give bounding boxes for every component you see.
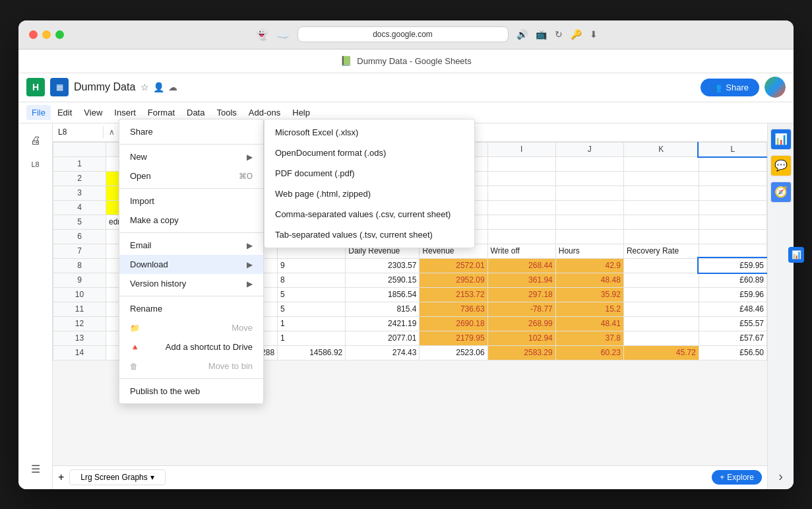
cell-l6[interactable] [699, 229, 766, 244]
cell-k5[interactable] [623, 215, 699, 229]
cell-k3[interactable] [623, 186, 699, 200]
cell-j8[interactable]: 42.9 [555, 258, 623, 273]
cell-i13[interactable]: 102.94 [487, 331, 555, 345]
print-icon[interactable]: 🖨 [24, 129, 47, 153]
minimize-button[interactable] [42, 30, 51, 39]
cell-i9[interactable]: 361.94 [487, 273, 555, 287]
cell-l13[interactable]: £57.67 [699, 331, 766, 345]
share-button[interactable]: 👥 Share [701, 79, 759, 96]
cell-j14[interactable]: 60.23 [555, 345, 623, 360]
cell-k9[interactable] [623, 273, 699, 287]
file-menu-email[interactable]: Email ▶ [119, 236, 263, 255]
menu-view[interactable]: View [78, 105, 108, 120]
file-menu-open[interactable]: Open ⌘O [119, 166, 263, 186]
cell-i3[interactable] [487, 186, 555, 200]
cell-h10[interactable]: 2153.72 [420, 287, 487, 302]
cell-k6[interactable] [623, 229, 699, 244]
avatar[interactable] [765, 77, 786, 98]
cell-j2[interactable] [555, 171, 623, 186]
cell-l2[interactable] [699, 171, 766, 186]
url-bar[interactable]: docs.google.com [297, 26, 509, 42]
cell-j13[interactable]: 37.8 [555, 331, 623, 345]
document-title[interactable]: Dummy Data [74, 81, 135, 93]
maximize-button[interactable] [55, 30, 64, 39]
expand-icon[interactable]: ∧ [109, 127, 115, 137]
cell-g12[interactable]: 2421.19 [346, 316, 420, 331]
download-pdf[interactable]: PDF document (.pdf) [265, 163, 474, 184]
cell-i2[interactable] [487, 171, 555, 186]
file-menu-publish[interactable]: Publish to the web [119, 382, 263, 401]
cell-i11[interactable]: -78.77 [487, 302, 555, 316]
cell-k1[interactable] [623, 156, 699, 171]
right-panel-icon[interactable]: 📊 [788, 247, 794, 263]
cell-f11[interactable]: 5 [278, 302, 346, 316]
cell-k10[interactable] [623, 287, 699, 302]
cell-g9[interactable]: 2590.15 [346, 273, 420, 287]
file-menu-make-copy[interactable]: Make a copy [119, 211, 263, 230]
cell-i14[interactable]: 2583.29 [487, 345, 555, 360]
cell-f8[interactable]: 9 [278, 258, 346, 273]
cell-i12[interactable]: 268.99 [487, 316, 555, 331]
cell-j10[interactable]: 35.92 [555, 287, 623, 302]
cell-l4[interactable] [699, 200, 766, 215]
cell-k13[interactable] [623, 331, 699, 345]
cell-k8[interactable] [623, 258, 699, 273]
cell-l9[interactable]: £60.89 [699, 273, 766, 287]
cell-g14[interactable]: 274.43 [346, 345, 420, 360]
sheets-panel-icon[interactable]: 📊 [770, 129, 792, 150]
menu-icon[interactable]: ☰ [24, 458, 47, 481]
cell-k11[interactable] [623, 302, 699, 316]
menu-tools[interactable]: Tools [211, 105, 241, 120]
cell-f12[interactable]: 1 [278, 316, 346, 331]
cell-i10[interactable]: 297.18 [487, 287, 555, 302]
cell-g13[interactable]: 2077.01 [346, 331, 420, 345]
cell-l12[interactable]: £55.57 [699, 316, 766, 331]
col-l[interactable]: L [699, 142, 766, 156]
cloud-save-icon[interactable]: ☁ [168, 82, 177, 92]
cell-f14[interactable]: 14586.92 [278, 345, 346, 360]
explore-button[interactable]: + Explore [712, 470, 762, 485]
cell-g11[interactable]: 815.4 [346, 302, 420, 316]
cell-k7[interactable]: Recovery Rate [623, 244, 699, 258]
file-menu-share[interactable]: Share [119, 122, 263, 141]
close-button[interactable] [29, 30, 38, 39]
cell-i5[interactable] [487, 215, 555, 229]
download-html[interactable]: Web page (.html, zipped) [265, 184, 474, 204]
compass-panel-icon[interactable]: 🧭 [770, 182, 792, 203]
cell-h11[interactable]: 736.63 [420, 302, 487, 316]
col-k[interactable]: K [623, 142, 699, 156]
user-icon[interactable]: 👤 [153, 82, 164, 92]
menu-data[interactable]: Data [181, 105, 210, 120]
cell-l7[interactable] [699, 244, 766, 258]
download-xlsx[interactable]: Microsoft Excel (.xlsx) [265, 122, 474, 143]
cell-k4[interactable] [623, 200, 699, 215]
cell-j1[interactable] [555, 156, 623, 171]
file-menu-new[interactable]: New ▶ [119, 147, 263, 166]
cell-h8[interactable]: 2572.01 [420, 258, 487, 273]
cell-l11[interactable]: £48.46 [699, 302, 766, 316]
file-menu-rename[interactable]: Rename [119, 299, 263, 318]
cell-ref-field[interactable]: L8 [58, 127, 98, 137]
cell-i6[interactable] [487, 229, 555, 244]
menu-format[interactable]: Format [142, 105, 180, 120]
cell-l5[interactable] [699, 215, 766, 229]
download-csv[interactable]: Comma-separated values (.csv, current sh… [265, 204, 474, 224]
sheet-tab-arrow[interactable]: ▾ [150, 473, 154, 482]
add-sheet-icon[interactable]: + [58, 471, 64, 483]
menu-file[interactable]: File [26, 105, 51, 120]
cell-k14[interactable]: 45.72 [623, 345, 699, 360]
collapse-icon[interactable]: › [778, 469, 783, 484]
cell-l1[interactable] [699, 156, 766, 171]
cell-g10[interactable]: 1856.54 [346, 287, 420, 302]
menu-addons[interactable]: Add-ons [243, 105, 286, 120]
cell-j12[interactable]: 48.41 [555, 316, 623, 331]
cell-j9[interactable]: 48.48 [555, 273, 623, 287]
cell-h12[interactable]: 2690.18 [420, 316, 487, 331]
file-menu-download[interactable]: Download ▶ [119, 255, 263, 274]
cell-f10[interactable]: 5 [278, 287, 346, 302]
cell-g8[interactable]: 2303.57 [346, 258, 420, 273]
cell-k2[interactable] [623, 171, 699, 186]
download-ods[interactable]: OpenDocument format (.ods) [265, 143, 474, 163]
cell-i1[interactable] [487, 156, 555, 171]
cell-k12[interactable] [623, 316, 699, 331]
